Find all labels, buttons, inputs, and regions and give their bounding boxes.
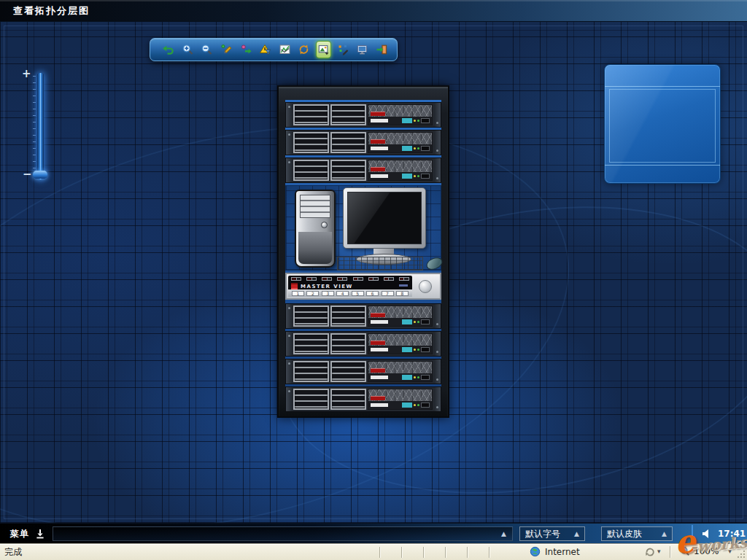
mark-color-icon[interactable] [335, 41, 351, 58]
brand-label [371, 139, 385, 144]
kvm-port-button[interactable]: 8 [396, 291, 409, 296]
monitor[interactable] [343, 187, 426, 249]
zoom-out-label[interactable]: − [23, 168, 32, 181]
monitor-screen [347, 192, 422, 244]
server-node[interactable] [285, 303, 441, 329]
port-led-pair [353, 277, 363, 281]
slider-ticks [33, 76, 36, 176]
globe-icon [530, 546, 541, 557]
rack-ear [434, 359, 441, 384]
drive-bay [330, 160, 366, 181]
port-led-pair [384, 277, 394, 281]
server-rack[interactable]: MASTER VIEW 12345678 [277, 85, 449, 418]
server-node[interactable] [285, 130, 441, 155]
kvm-knob[interactable] [419, 280, 432, 293]
slider-track[interactable] [37, 73, 44, 179]
server-node[interactable] [285, 331, 441, 357]
topology-viewer-window: 查看拓扑分层图 [0, 0, 747, 560]
kvm-switch[interactable]: MASTER VIEW 12345678 [285, 273, 441, 300]
resize-grip[interactable] [737, 550, 746, 559]
pc-tower[interactable] [295, 190, 336, 268]
drive-bay [330, 389, 366, 410]
chart-icon[interactable] [276, 41, 293, 58]
drive-bay [293, 361, 329, 382]
monitor-icon[interactable] [355, 41, 371, 58]
undo-icon[interactable] [160, 41, 177, 58]
rack-ear [434, 158, 441, 182]
port-led-pair [291, 277, 301, 281]
menu-button[interactable]: 菜单 [10, 524, 29, 544]
link-move-icon[interactable] [238, 41, 254, 58]
console-bay[interactable] [285, 185, 441, 271]
font-size-dropdown[interactable]: 默认字号 ▲ [519, 526, 585, 541]
loop-refresh-icon[interactable] [296, 41, 312, 58]
rack-ear [434, 131, 441, 155]
kvm-port-button[interactable]: 6 [366, 291, 379, 296]
tower-drive-bays [300, 195, 330, 218]
drive-bay [293, 104, 329, 125]
topology-canvas[interactable]: + − [0, 22, 747, 523]
overview-header [605, 65, 720, 87]
protected-mode-indicator[interactable]: ▾ [645, 546, 661, 556]
pane-separator [467, 547, 468, 558]
kvm-port-button[interactable]: 5 [352, 291, 364, 296]
zoom-in-icon[interactable] [180, 41, 196, 58]
server-front-panel [368, 361, 433, 382]
kvm-port-button[interactable]: 7 [382, 291, 394, 296]
server-front-panel [368, 333, 433, 354]
drive-bay [330, 306, 366, 327]
power-button [321, 222, 328, 228]
drive-bay [293, 389, 329, 410]
kvm-port-button[interactable]: 1 [292, 291, 304, 296]
rack-ear [286, 359, 293, 384]
refresh-blocked-icon [645, 546, 655, 556]
drive-bay [330, 333, 366, 354]
kvm-button-row: 12345678 [288, 289, 412, 297]
zoom-control[interactable]: 100% ▾ [680, 546, 732, 556]
server-node[interactable] [285, 102, 441, 128]
menu-down-icon[interactable] [35, 529, 45, 541]
server-node[interactable] [285, 386, 441, 412]
kvm-port-button[interactable]: 2 [306, 291, 319, 296]
brand-label [371, 167, 385, 171]
port-led-pair [306, 277, 317, 281]
clock: 17:41 [718, 524, 746, 544]
security-zone: Internet [530, 546, 580, 557]
drive-bay [293, 333, 329, 354]
exit-icon[interactable] [374, 41, 390, 58]
overview-body [609, 89, 716, 163]
zoom-level: 100% [694, 546, 719, 556]
pane-separator [401, 547, 402, 558]
brand-label [371, 368, 385, 373]
topology-view-icon[interactable] [316, 41, 332, 58]
speaker-icon[interactable] [702, 529, 712, 541]
page-title: 查看拓扑分层图 [13, 0, 90, 22]
overview-panel[interactable] [604, 64, 721, 184]
kvm-model-label [399, 284, 408, 287]
overview-footer [605, 165, 720, 183]
edit-path-icon[interactable] [219, 41, 235, 58]
status-text: 完成 [4, 544, 22, 560]
chevron-down-icon: ▾ [728, 548, 732, 555]
kvm-port-leds [291, 277, 409, 281]
kvm-port-button[interactable]: 3 [322, 291, 334, 296]
divider [670, 546, 670, 558]
rack-ear [286, 131, 293, 155]
zoom-out-icon[interactable] [199, 41, 215, 58]
drive-bay [330, 132, 366, 153]
brand-label [371, 112, 385, 116]
topology-select-dropdown[interactable]: ▲ [53, 526, 513, 541]
server-node[interactable] [285, 359, 441, 384]
brand-label [371, 396, 385, 400]
alarm-filter-icon[interactable] [258, 41, 274, 58]
slider-thumb[interactable] [33, 171, 47, 179]
kvm-port-button[interactable]: 4 [336, 291, 349, 296]
keyboard[interactable] [337, 257, 423, 271]
status-bar: 完成 Internet ▾ 100% ▾ [0, 543, 747, 560]
server-node[interactable] [285, 158, 441, 183]
skin-dropdown[interactable]: 默认皮肤 ▲ [601, 526, 673, 541]
chevron-up-icon[interactable]: ▲ [501, 530, 506, 537]
skin-label: 默认皮肤 [607, 528, 642, 540]
server-front-panel [368, 132, 433, 153]
zoom-in-label[interactable]: + [22, 67, 31, 80]
